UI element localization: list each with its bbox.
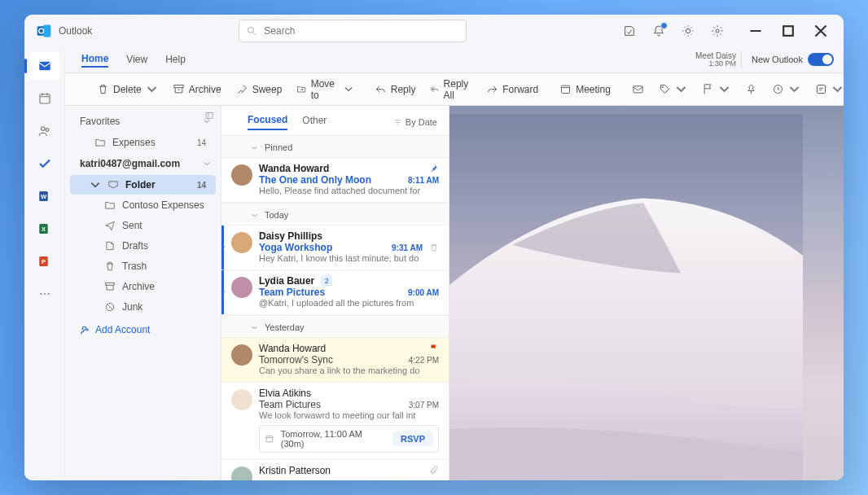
delete-icon[interactable]	[429, 243, 439, 252]
rail-todo[interactable]	[30, 150, 59, 177]
chevron-right-icon[interactable]	[221, 243, 227, 250]
toggle-switch[interactable]	[808, 53, 834, 66]
sort-by-date[interactable]: By Date	[393, 117, 437, 127]
message-item[interactable]: Daisy Phillips Yoga Workshop9:31 AM Hey …	[221, 226, 449, 270]
group-pinned[interactable]: Pinned	[221, 135, 449, 158]
meeting-button[interactable]: Meeting	[554, 78, 616, 101]
sweep-button[interactable]: Sweep	[230, 78, 288, 101]
flag-icon[interactable]	[429, 344, 439, 353]
message-item[interactable]: Wanda Howard Tomorrow's Sync4:22 PM Can …	[221, 338, 449, 383]
svg-point-2	[41, 127, 45, 131]
folder-sent[interactable]: Sent	[70, 216, 216, 235]
chevron-down-icon	[251, 212, 258, 219]
day-icon[interactable]	[674, 18, 702, 44]
calendar-icon	[265, 434, 274, 444]
coming-soon-icon[interactable]	[616, 18, 643, 44]
window-maximize[interactable]	[772, 18, 804, 44]
rail-calendar[interactable]	[30, 85, 59, 112]
chevron-down-icon	[203, 160, 211, 168]
tab-home[interactable]: Home	[81, 53, 108, 68]
svg-rect-21	[174, 85, 183, 88]
window-minimize[interactable]	[739, 18, 772, 44]
svg-rect-34	[206, 113, 213, 119]
svg-rect-38	[266, 436, 273, 442]
rail-excel[interactable]: X	[30, 215, 59, 243]
collapse-nav-icon[interactable]	[204, 109, 214, 124]
rail-word[interactable]: W	[30, 182, 59, 210]
outlook-window: W X P Outlook Home View Help	[24, 15, 844, 480]
svg-text:X: X	[41, 226, 45, 233]
svg-rect-26	[817, 85, 825, 94]
archive-button[interactable]: Archive	[167, 78, 227, 101]
svg-point-16	[248, 27, 254, 33]
tab-focused[interactable]: Focused	[248, 114, 287, 130]
tab-help[interactable]: Help	[165, 54, 186, 67]
chevron-right-icon[interactable]	[221, 288, 227, 295]
rail-mail[interactable]	[30, 52, 59, 80]
folder-folder[interactable]: Folder14	[70, 175, 216, 195]
folder-contoso[interactable]: Contoso Expenses	[70, 195, 216, 215]
window-close[interactable]	[804, 18, 837, 44]
new-outlook-toggle[interactable]: New Outlook	[752, 53, 834, 66]
folder-drafts[interactable]: Drafts	[70, 236, 216, 256]
add-account-button[interactable]: Add Account	[65, 318, 221, 342]
rail-more[interactable]	[30, 280, 59, 308]
svg-text:P: P	[41, 258, 45, 265]
filter-icon	[393, 118, 402, 127]
svg-rect-35	[106, 283, 115, 285]
folder-expenses[interactable]: Expenses14	[70, 133, 216, 152]
rsvp-button[interactable]: RSVP	[392, 431, 433, 446]
search-box[interactable]	[239, 20, 467, 42]
move-to-button[interactable]: Move to	[291, 78, 358, 101]
svg-point-24	[662, 86, 663, 87]
svg-text:W: W	[40, 193, 46, 200]
delete-button[interactable]: Delete	[91, 78, 164, 101]
folder-pane: Favorites Expenses14 katri0487@gmail.com…	[65, 106, 221, 480]
titlebar: Outlook	[24, 15, 844, 47]
notifications-icon[interactable]	[645, 18, 673, 44]
folder-icon	[94, 137, 106, 148]
flag-button[interactable]	[696, 78, 736, 101]
account-section[interactable]: katri0487@gmail.com	[65, 153, 221, 174]
snooze-button[interactable]	[766, 78, 806, 101]
svg-point-10	[40, 293, 42, 295]
junk-icon	[104, 301, 116, 313]
draft-icon	[104, 240, 116, 252]
inbox-icon	[107, 179, 119, 191]
event-rsvp: Tomorrow, 11:00 AM (30m) RSVP	[259, 425, 439, 453]
tab-view[interactable]: View	[126, 54, 147, 67]
outlook-icon	[36, 23, 52, 39]
rail-people[interactable]	[30, 117, 59, 145]
forward-button[interactable]: Forward	[480, 78, 544, 101]
archive-icon	[104, 281, 116, 292]
rail-powerpoint[interactable]: P	[30, 248, 59, 275]
tab-other[interactable]: Other	[302, 115, 327, 129]
message-item[interactable]: Lydia Bauer2 Team Pictures9:00 AM @Katri…	[221, 270, 449, 315]
folder-junk[interactable]: Junk	[70, 297, 216, 317]
search-icon	[246, 25, 257, 37]
avatar	[231, 389, 252, 410]
read-unread-button[interactable]	[626, 78, 650, 101]
search-input[interactable]	[264, 25, 459, 37]
message-item[interactable]: Wanda Howard The One and Only Moon8:11 A…	[221, 158, 449, 203]
group-yesterday[interactable]: Yesterday	[221, 315, 449, 338]
app-rail: W X P	[24, 47, 65, 480]
favorites-section[interactable]: Favorites	[65, 111, 221, 132]
pin-icon[interactable]	[429, 164, 439, 173]
reply-all-button[interactable]: Reply All	[424, 78, 477, 101]
rules-button[interactable]	[809, 78, 844, 101]
settings-icon[interactable]	[704, 18, 731, 44]
message-item[interactable]: Kristin Patterson	[221, 460, 449, 480]
pin-button[interactable]	[739, 78, 763, 101]
group-today[interactable]: Today	[221, 203, 449, 226]
folder-trash[interactable]: Trash	[70, 256, 216, 276]
reply-button[interactable]: Reply	[369, 78, 422, 101]
tag-button[interactable]	[653, 78, 693, 101]
trash-icon	[104, 261, 116, 272]
avatar	[231, 232, 252, 253]
folder-archive[interactable]: Archive	[70, 277, 216, 296]
reading-pane	[449, 106, 844, 480]
chevron-down-icon	[251, 144, 258, 151]
upcoming-meeting[interactable]: Meet Daisy 1:30 PM	[695, 51, 742, 68]
message-item[interactable]: Elvia Atikins Team Pictures3:07 PM We lo…	[221, 383, 449, 460]
